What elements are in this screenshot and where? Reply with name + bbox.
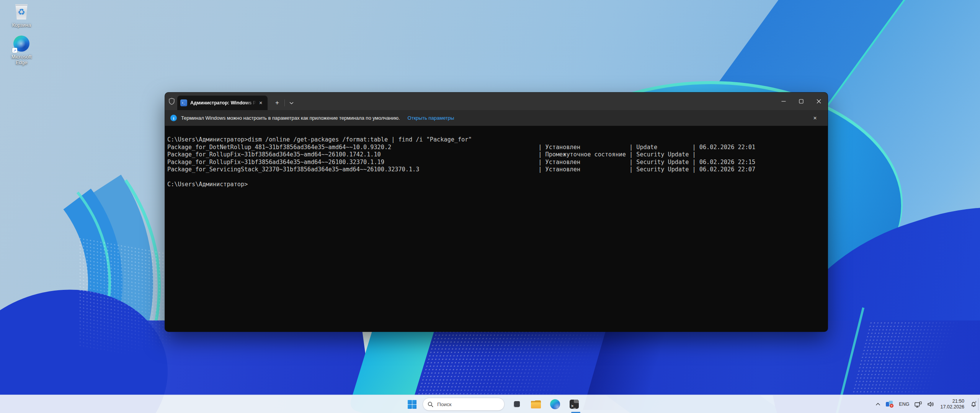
open-settings-link[interactable]: Открыть параметры (408, 115, 454, 121)
tray-volume[interactable] (924, 397, 937, 412)
default-terminal-banner: i Терминал Windows можно настроить в пар… (165, 110, 828, 126)
start-button[interactable] (404, 397, 420, 412)
windows-terminal-icon: >_ (570, 400, 579, 409)
tray-device-status[interactable] (883, 397, 896, 412)
powershell-icon: ›_ (180, 99, 187, 106)
desktop-icon-microsoft-edge[interactable]: ↗ Microsoft Edge (5, 35, 38, 65)
file-explorer-button[interactable] (528, 397, 544, 412)
task-view-icon (512, 399, 522, 409)
tab-title: Администратор: Windows Po (190, 100, 257, 106)
notification-bell-icon: z (970, 401, 977, 408)
search-icon (428, 402, 433, 407)
language-indicator[interactable]: ENG (896, 397, 912, 412)
minimize-button[interactable] (775, 93, 792, 110)
svg-text:z: z (975, 401, 976, 403)
wallpaper-dot-texture (78, 237, 170, 364)
terminal-window: ›_ Администратор: Windows Po ✕ + (165, 93, 828, 332)
window-controls (775, 93, 828, 110)
tab-close-button[interactable]: ✕ (257, 99, 265, 107)
terminal-content-area[interactable]: C:\Users\Администратор>dism /online /get… (165, 126, 828, 332)
admin-shield-icon (168, 98, 175, 105)
tray-chevron-button[interactable] (873, 397, 883, 412)
wallpaper-dot-texture (851, 321, 960, 395)
terminal-output: C:\Users\Администратор>dism /online /get… (165, 126, 828, 189)
close-icon (817, 99, 821, 104)
maximize-icon (799, 99, 804, 104)
window-titlebar[interactable]: ›_ Администратор: Windows Po ✕ + (165, 93, 828, 110)
desktop-icon-label: Microsoft Edge (5, 54, 38, 65)
tabbar-separator (284, 99, 285, 106)
taskbar-search[interactable]: Поиск (423, 398, 505, 411)
clock-date: 17.02.2026 (940, 404, 964, 410)
tab-dropdown-button[interactable] (286, 96, 297, 110)
windows-logo-icon (408, 400, 416, 409)
desktop-icon-recycle-bin[interactable]: ♻ Корзина (5, 3, 38, 28)
info-icon: i (170, 115, 177, 121)
clock-time: 21:50 (940, 398, 964, 404)
edge-icon (550, 399, 560, 409)
task-view-button[interactable] (509, 397, 524, 412)
chevron-up-icon (875, 403, 880, 406)
system-tray: ENG 21:50 17.02.2026 z (873, 395, 980, 413)
banner-text: Терминал Windows можно настроить в парам… (181, 115, 400, 121)
file-explorer-icon (531, 400, 541, 408)
desktop-icon-label: Корзина (12, 22, 31, 28)
terminal-tab[interactable]: ›_ Администратор: Windows Po ✕ (177, 96, 268, 110)
new-tab-button[interactable]: + (271, 96, 284, 110)
minimize-icon (781, 99, 786, 104)
device-status-icon (886, 401, 893, 408)
desktop-icon-column: ♻ Корзина ↗ Microsoft Edge (5, 3, 38, 72)
banner-close-button[interactable]: ✕ (810, 113, 820, 123)
taskbar: Поиск >_ ENG (0, 395, 980, 413)
volume-icon (927, 401, 934, 407)
show-desktop-button[interactable] (978, 398, 980, 410)
recycle-bin-icon: ♻ (13, 3, 30, 21)
edge-taskbar-button[interactable] (547, 397, 563, 412)
close-window-button[interactable] (810, 93, 828, 110)
shortcut-arrow-icon: ↗ (12, 48, 17, 53)
maximize-button[interactable] (792, 93, 810, 110)
chevron-down-icon (289, 102, 294, 104)
terminal-taskbar-button[interactable]: >_ (567, 397, 582, 412)
taskbar-clock[interactable]: 21:50 17.02.2026 (937, 398, 967, 410)
network-icon (915, 401, 922, 408)
search-placeholder: Поиск (437, 402, 451, 407)
edge-icon: ↗ (13, 35, 30, 52)
tray-network[interactable] (912, 397, 924, 412)
